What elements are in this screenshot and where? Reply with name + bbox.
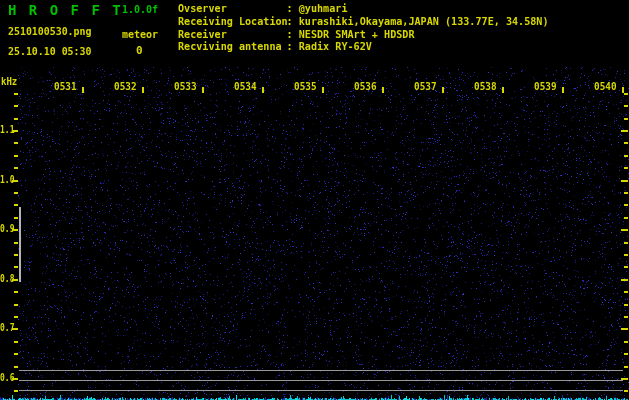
- freq-minor-tick-right: [624, 142, 628, 144]
- freq-minor-tick-right: [624, 192, 628, 194]
- freq-minor-tick-right: [624, 341, 628, 343]
- freq-minor-tick-left: [14, 304, 18, 306]
- freq-major-tick-right: [621, 328, 628, 330]
- info-value: Radix RY-62V: [287, 40, 372, 53]
- freq-major-tick-right: [621, 130, 628, 132]
- freq-minor-tick-right: [624, 366, 628, 368]
- freq-major-tick-left: [12, 229, 18, 231]
- freq-major-tick-left: [12, 180, 18, 182]
- app-title: H R O F F T: [8, 2, 123, 18]
- time-minor-tick: [82, 87, 84, 93]
- freq-minor-tick-right: [624, 118, 628, 120]
- info-value: kurashiki,Okayama,JAPAN (133.77E, 34.58N…: [287, 15, 549, 28]
- freq-major-tick-right: [621, 180, 628, 182]
- info-row-antenna: Recviving antennaRadix RY-62V: [178, 41, 549, 54]
- freq-minor-tick-left: [14, 93, 18, 95]
- freq-minor-tick-left: [14, 155, 18, 157]
- freq-major-tick-left: [12, 279, 18, 281]
- output-filename: 2510100530.png: [8, 25, 91, 38]
- freq-minor-tick-left: [14, 254, 18, 256]
- freq-major-tick-left: [12, 130, 18, 132]
- hrofft-output-window: H R O F F T 1.0.0f 2510100530.png 25.10.…: [0, 0, 629, 400]
- freq-minor-tick-left: [14, 192, 18, 194]
- time-tick-label: 0536: [354, 80, 377, 93]
- freq-minor-tick-left: [14, 291, 18, 293]
- freq-minor-tick-right: [624, 390, 628, 392]
- time-minor-tick: [202, 87, 204, 93]
- freq-minor-tick-left: [14, 353, 18, 355]
- info-label: Recviving antenna: [178, 41, 287, 54]
- freq-minor-tick-right: [624, 204, 628, 206]
- time-tick-label: 0533: [174, 80, 197, 93]
- freq-minor-tick-left: [14, 316, 18, 318]
- time-minor-tick: [322, 87, 324, 93]
- freq-minor-tick-right: [624, 93, 628, 95]
- time-minor-tick: [562, 87, 564, 93]
- time-tick-label: 0539: [534, 80, 557, 93]
- freq-minor-tick-right: [624, 167, 628, 169]
- freq-minor-tick-right: [624, 105, 628, 107]
- time-tick-label: 0538: [474, 80, 497, 93]
- time-tick-label: 0531: [54, 80, 77, 93]
- freq-minor-tick-left: [14, 390, 18, 392]
- meteor-counter-label: meteor: [122, 29, 158, 40]
- time-tick-label: 0537: [414, 80, 437, 93]
- freq-minor-tick-right: [624, 266, 628, 268]
- freq-minor-tick-left: [14, 217, 18, 219]
- time-tick-label: 0534: [234, 80, 257, 93]
- meteor-counter-value: 0: [136, 44, 143, 57]
- info-label: Receiving Location: [178, 16, 287, 29]
- freq-minor-tick-right: [624, 155, 628, 157]
- freq-minor-tick-right: [624, 254, 628, 256]
- time-minor-tick: [502, 87, 504, 93]
- time-tick-label: 0540: [594, 80, 617, 93]
- freq-minor-tick-left: [14, 242, 18, 244]
- freq-minor-tick-left: [14, 105, 18, 107]
- freq-minor-tick-left: [14, 118, 18, 120]
- freq-minor-tick-right: [624, 291, 628, 293]
- freq-minor-tick-left: [14, 266, 18, 268]
- labels-layer: H R O F F T 1.0.0f 2510100530.png 25.10.…: [0, 0, 629, 400]
- freq-major-tick-left: [12, 378, 18, 380]
- freq-minor-tick-left: [14, 167, 18, 169]
- time-minor-tick: [382, 87, 384, 93]
- app-version: 1.0.0f: [122, 4, 158, 15]
- observation-datetime: 25.10.10 05:30: [8, 45, 91, 58]
- freq-minor-tick-right: [624, 316, 628, 318]
- freq-major-tick-left: [12, 328, 18, 330]
- time-minor-tick: [262, 87, 264, 93]
- freq-axis-unit-label: kHz: [1, 76, 17, 87]
- time-tick-label: 0532: [114, 80, 137, 93]
- freq-minor-tick-left: [14, 204, 18, 206]
- time-minor-tick: [442, 87, 444, 93]
- info-value: @yuhmari: [287, 2, 348, 15]
- freq-major-tick-right: [621, 279, 628, 281]
- info-label: Ovserver: [178, 3, 287, 16]
- freq-major-tick-right: [621, 378, 628, 380]
- freq-minor-tick-left: [14, 142, 18, 144]
- time-tick-label: 0535: [294, 80, 317, 93]
- freq-minor-tick-left: [14, 341, 18, 343]
- freq-minor-tick-left: [14, 366, 18, 368]
- observer-info-block: Ovserver@yuhmari Receiving Locationkuras…: [178, 3, 549, 54]
- info-value: NESDR SMArt + HDSDR: [287, 28, 415, 41]
- freq-minor-tick-right: [624, 242, 628, 244]
- freq-minor-tick-right: [624, 304, 628, 306]
- freq-minor-tick-right: [624, 217, 628, 219]
- freq-major-tick-right: [621, 229, 628, 231]
- freq-minor-tick-right: [624, 353, 628, 355]
- time-minor-tick: [142, 87, 144, 93]
